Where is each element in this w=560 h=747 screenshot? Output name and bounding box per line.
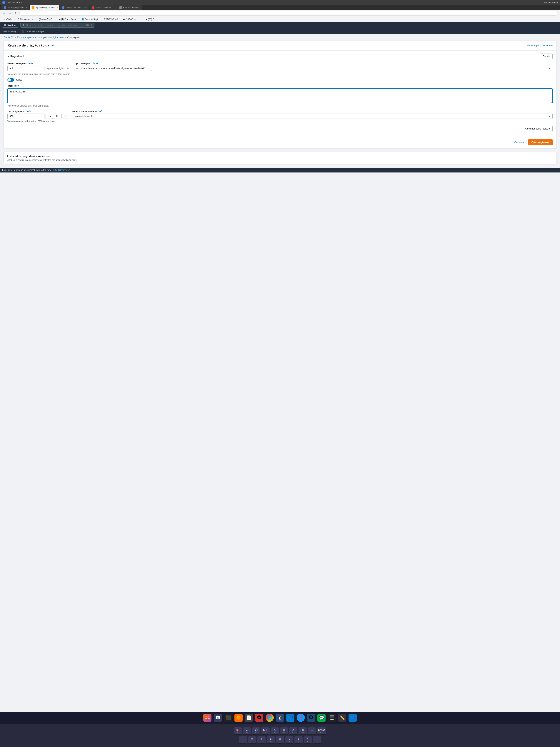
bookmark-aula5[interactable]: (3) Aula 5 - Cri... — [37, 18, 56, 21]
nome-input[interactable] — [7, 66, 45, 71]
key-hash[interactable]: # 3 — [258, 736, 266, 744]
form-title-info[interactable]: Info — [51, 44, 55, 47]
valor-label-text: Valor — [7, 84, 14, 87]
bookmark-documentacao[interactable]: 📘 Documentaçã... — [80, 18, 102, 21]
taskbar-firefox[interactable]: 🦊 — [203, 714, 212, 722]
key-f3[interactable]: 🔊 F3 — [252, 727, 260, 735]
bookmark-conversor[interactable]: ⚙ Conversor de... — [16, 18, 37, 21]
taskbar-terminal[interactable]: ⬛ — [224, 714, 232, 722]
forward-button[interactable]: → — [8, 11, 12, 16]
aws-search-box[interactable]: 🔍 [Alt+S] — [20, 23, 95, 28]
valor-textarea[interactable]: 192.0.2.235 — [7, 88, 553, 103]
tab-agencia-label: agenciafwdigital.com – a — [35, 6, 58, 9]
key-f2[interactable]: 🔈 F2 — [243, 727, 251, 735]
breadcrumb-agencia[interactable]: agenciafwdigital.com — [41, 36, 64, 39]
back-button[interactable]: ← — [2, 11, 7, 16]
taskbar-vscode[interactable]: 💙 — [286, 714, 294, 722]
collapse-icon[interactable] — [7, 56, 9, 57]
taskbar-editor[interactable]: ✏️ — [338, 714, 346, 722]
taskbar-chat[interactable]: 💬 — [317, 714, 325, 722]
nome-info-link[interactable]: Info — [28, 62, 33, 65]
key-f6[interactable]: ☀ F6 — [280, 727, 288, 735]
tab-backend[interactable]: Backend de uma L — [117, 5, 142, 10]
breadcrumb-current: Criar registro — [67, 36, 81, 39]
switch-assistant-link[interactable]: Alternar para assistente — [527, 44, 553, 47]
bookmark-emvide[interactable]: em Vide... — [2, 18, 15, 21]
taskbar-text[interactable]: 🅐 — [255, 714, 263, 722]
taskbar-penguin[interactable]: 🐧 — [276, 714, 284, 722]
politica-info-link[interactable]: Info — [99, 110, 103, 113]
visualizar-title[interactable]: Visualizar registros existentes — [7, 155, 553, 158]
key-percent[interactable]: % 5 — [276, 736, 284, 744]
ttl-1d-button[interactable]: 1d — [61, 114, 68, 119]
api-gateway-link[interactable]: API Gateway — [2, 30, 18, 33]
fn-row: 🔇 F1 🔈 F2 🔊 F3 ▶⏸ F4 ☀ F5 ☀ F6 ☀ F7 ⊞ — [2, 727, 558, 735]
tab-domains-close[interactable]: × — [89, 6, 89, 9]
taskbar-monitor[interactable]: 🖥️ — [328, 714, 336, 722]
tipo-info-link[interactable]: Info — [93, 62, 98, 65]
tab-google-close[interactable]: × — [26, 6, 27, 9]
key-openparen[interactable]: ( 9 — [313, 736, 321, 744]
excluir-button[interactable]: Excluir — [540, 54, 553, 59]
key-f5[interactable]: ☀ F5 — [271, 727, 279, 735]
key-asterisk[interactable]: * 8 — [304, 736, 312, 744]
politica-select[interactable]: Roteamento simples — [72, 113, 553, 119]
unified-settings-link[interactable]: Unified Settings — [52, 169, 68, 171]
key-f10[interactable]: prt sc F10 — [317, 727, 326, 735]
taskbar-help[interactable]: ❓ — [297, 714, 305, 722]
key-f7-bright-icon: ☀ — [292, 728, 294, 731]
alias-toggle[interactable] — [7, 78, 14, 82]
taskbar-files[interactable]: 📄 — [245, 714, 253, 722]
key-f8[interactable]: ⊞ F8 — [298, 727, 307, 735]
add-record-button[interactable]: Adicionar outro registro — [522, 126, 553, 131]
reload-button[interactable]: ↻ — [14, 11, 18, 16]
ttl-group: TTL (segundos) Info 1m 1h 1d Valores rec… — [7, 110, 68, 123]
key-dotdot[interactable]: .. 6 — [285, 736, 293, 744]
certificate-manager-link[interactable]: ⬛ Certificate Manager — [20, 30, 46, 33]
key-f4[interactable]: ▶⏸ F4 — [262, 727, 270, 735]
aws-search-input[interactable] — [26, 24, 86, 26]
tab-bar: //www.google.com × agenciafwdigital.com … — [0, 5, 560, 10]
key-exclaim[interactable]: ! 1 — [239, 736, 247, 744]
tab-parse[interactable]: Parse Dashboard × — [90, 5, 117, 10]
ttl-1h-button[interactable]: 1h — [54, 114, 60, 119]
breadcrumb-zonas[interactable]: Zonas hospedadas — [17, 36, 37, 39]
taskbar-word[interactable]: 🅦 — [307, 714, 315, 722]
valor-info-link[interactable]: Info — [15, 84, 19, 87]
ttl-input[interactable] — [7, 113, 45, 119]
registro-block: Registro 1 Excluir Nome do registro Info… — [4, 51, 556, 136]
breadcrumb-sep-3: > — [64, 36, 66, 39]
taskbar-settings[interactable]: 🟠 — [235, 714, 243, 722]
expand-icon[interactable] — [7, 155, 8, 157]
tab-parse-close[interactable]: × — [113, 6, 115, 9]
tab-agencia[interactable]: agenciafwdigital.com – a × — [30, 5, 59, 10]
key-f5-label: F5 — [274, 731, 276, 733]
criar-registros-button[interactable]: Criar registros — [528, 139, 553, 145]
cancelar-button[interactable]: Cancelar — [513, 140, 526, 145]
services-button[interactable]: Services — [2, 23, 18, 28]
bookmark-137[interactable]: ▶ (137) Como cri... — [122, 18, 143, 21]
key-at-sub: 2 — [252, 740, 252, 742]
bookmark-comofazer[interactable]: ▶ (1) Como fazer... — [57, 18, 79, 21]
address-input[interactable]: us-east-1.console.aws.amazon.com/route53… — [20, 11, 558, 16]
tab-google[interactable]: //www.google.com × — [1, 5, 29, 10]
bookmark-raton[interactable]: RATON-Corel... — [103, 18, 121, 21]
key-dollar[interactable]: $ 4 — [267, 736, 275, 744]
breadcrumb-route53[interactable]: Route 53 — [4, 36, 14, 39]
key-f1[interactable]: 🔇 F1 — [234, 727, 242, 735]
tipo-select[interactable]: A – rotela o tráfego para um endereço IP… — [74, 66, 152, 71]
key-f3-vol-icon: 🔊 — [255, 728, 258, 731]
taskbar-email[interactable]: 📧 — [214, 714, 222, 722]
bookmark-23[interactable]: ▶ (23) Fr — [144, 18, 156, 21]
keyboard-area: 🔇 F1 🔈 F2 🔊 F3 ▶⏸ F4 ☀ F5 ☀ F6 ☀ F7 ⊞ — [0, 724, 560, 747]
ttl-info-link[interactable]: Info — [26, 110, 31, 113]
taskbar-vscode2[interactable]: 💙 — [348, 714, 357, 722]
key-at[interactable]: @ 2 — [248, 736, 256, 744]
ttl-1m-button[interactable]: 1m — [46, 114, 53, 119]
key-amp[interactable]: & 7 — [294, 736, 302, 744]
taskbar-chrome[interactable]: 🌐 — [266, 714, 274, 722]
tab-domains[interactable]: Google Domains - DNS × — [60, 5, 89, 10]
key-f7[interactable]: ☀ F7 — [289, 727, 297, 735]
browser-title: Google Chrome — [7, 1, 22, 4]
key-f9[interactable]: F9 — [308, 727, 316, 735]
